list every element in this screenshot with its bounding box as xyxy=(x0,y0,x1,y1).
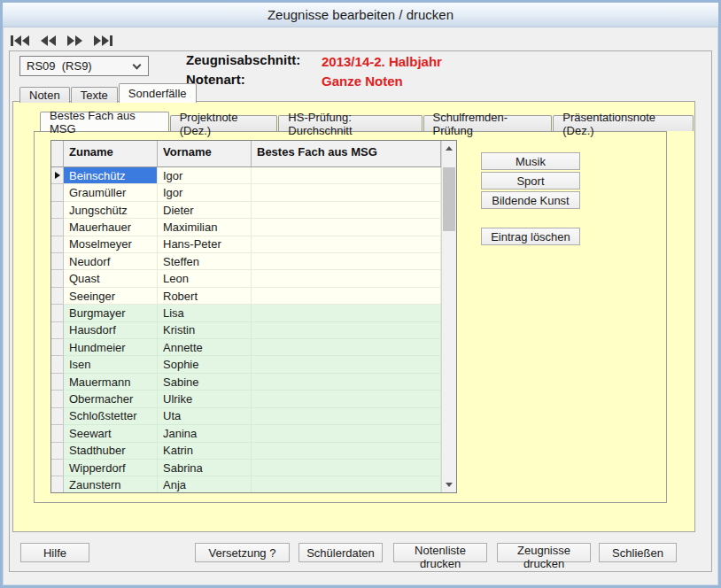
cell-bestes_fach[interactable] xyxy=(252,339,441,356)
cell-bestes_fach[interactable] xyxy=(252,425,441,442)
cell-zuname[interactable]: Wipperdorf xyxy=(64,460,158,476)
first-record-icon[interactable] xyxy=(10,35,30,47)
table-row[interactable]: QuastLeon xyxy=(51,270,441,287)
cell-vorname[interactable]: Hans-Peter xyxy=(158,236,252,253)
musik-button[interactable]: Musik xyxy=(481,152,580,170)
subtab-schulfremden-prüfung[interactable]: Schulfremden-Prüfung xyxy=(423,115,553,131)
cell-vorname[interactable]: Robert xyxy=(158,288,252,305)
bildende-kunst-button[interactable]: Bildende Kunst xyxy=(481,191,580,209)
cell-vorname[interactable]: Anja xyxy=(158,476,252,493)
table-row[interactable]: SchloßstetterUta xyxy=(51,408,441,425)
table-row[interactable]: ObermacherUlrike xyxy=(51,391,441,407)
cell-zuname[interactable]: Graumüller xyxy=(64,184,158,201)
cell-zuname[interactable]: Jungschütz xyxy=(64,202,158,219)
cell-zuname[interactable]: Seewart xyxy=(64,425,158,442)
table-row[interactable]: BeinschützIgor xyxy=(51,167,441,184)
cell-bestes_fach[interactable] xyxy=(252,305,441,321)
cell-bestes_fach[interactable] xyxy=(252,391,441,407)
cell-bestes_fach[interactable] xyxy=(252,408,441,425)
table-row[interactable]: JungschützDieter xyxy=(51,202,441,219)
table-row[interactable]: WipperdorfSabrina xyxy=(51,460,441,476)
table-row[interactable]: NeudorfSteffen xyxy=(51,253,441,270)
column-header-zuname[interactable]: Zuname xyxy=(64,141,158,167)
hilfe-button[interactable]: Hilfe xyxy=(20,543,89,562)
table-row[interactable]: MauerhauerMaximilian xyxy=(51,219,441,236)
subtab-projektnote-dez[interactable]: Projektnote (Dez.) xyxy=(170,115,278,131)
cell-zuname[interactable]: Hausdorf xyxy=(64,322,158,339)
notenliste-drucken-button[interactable]: Notenliste drucken xyxy=(393,543,487,562)
cell-vorname[interactable]: Igor xyxy=(158,167,252,184)
cell-vorname[interactable]: Annette xyxy=(158,339,252,356)
cell-vorname[interactable]: Leon xyxy=(158,270,252,287)
cell-zuname[interactable]: Seeinger xyxy=(64,288,158,305)
cell-vorname[interactable]: Steffen xyxy=(158,253,252,270)
cell-zuname[interactable]: Schloßstetter xyxy=(64,408,158,425)
table-row[interactable]: StadthuberKatrin xyxy=(51,443,441,460)
cell-bestes_fach[interactable] xyxy=(252,167,441,184)
table-row[interactable]: HausdorfKristin xyxy=(51,322,441,339)
sport-button[interactable]: Sport xyxy=(481,172,580,190)
cell-zuname[interactable]: Mauermann xyxy=(64,374,158,391)
cell-zuname[interactable]: Neudorf xyxy=(64,253,158,270)
table-row[interactable]: SeeingerRobert xyxy=(51,288,441,305)
scrollbar-thumb[interactable] xyxy=(443,167,455,231)
cell-zuname[interactable]: Stadthuber xyxy=(64,443,158,460)
cell-bestes_fach[interactable] xyxy=(252,374,441,391)
column-header-bestes-fach-aus-msg[interactable]: Bestes Fach aus MSG xyxy=(252,141,441,167)
table-row[interactable]: BurgmayerLisa xyxy=(51,305,441,321)
cell-zuname[interactable]: Beinschütz xyxy=(64,167,158,184)
subtab-bestes-fach-aus-msg[interactable]: Bestes Fach aus MSG xyxy=(40,112,169,131)
zeugnisse-drucken-button[interactable]: Zeugnisse drucken xyxy=(497,543,591,562)
cell-vorname[interactable]: Igor xyxy=(158,184,252,201)
versetzung-button[interactable]: Versetzung ? xyxy=(195,543,290,562)
column-header-vorname[interactable]: Vorname xyxy=(158,141,252,167)
cell-bestes_fach[interactable] xyxy=(252,288,441,305)
cell-zuname[interactable]: Burgmayer xyxy=(64,305,158,321)
cell-vorname[interactable]: Maximilian xyxy=(158,219,252,236)
cell-bestes_fach[interactable] xyxy=(252,184,441,201)
cell-bestes_fach[interactable] xyxy=(252,253,441,270)
delete-entry-button[interactable]: Eintrag löschen xyxy=(481,228,580,245)
subtab-präsentationsnote-dez[interactable]: Präsentationsnote (Dez.) xyxy=(553,115,694,131)
cell-bestes_fach[interactable] xyxy=(252,476,441,493)
cell-bestes_fach[interactable] xyxy=(252,236,441,253)
cell-zuname[interactable]: Zaunstern xyxy=(64,476,158,493)
tab-noten[interactable]: Noten xyxy=(19,87,70,103)
cell-vorname[interactable]: Lisa xyxy=(158,305,252,321)
cell-vorname[interactable]: Dieter xyxy=(158,202,252,219)
cell-bestes_fach[interactable] xyxy=(252,322,441,339)
table-row[interactable]: MoselmeyerHans-Peter xyxy=(51,236,441,253)
table-row[interactable]: SeewartJanina xyxy=(51,425,441,442)
table-row[interactable]: HundmeierAnnette xyxy=(51,339,441,356)
cell-vorname[interactable]: Kristin xyxy=(158,322,252,339)
table-row[interactable]: MauermannSabine xyxy=(51,374,441,391)
table-row[interactable]: IsenSophie xyxy=(51,356,441,373)
subtab-hs-prüfung-durchschnitt[interactable]: HS-Prüfung: Durchschnitt xyxy=(278,115,422,131)
cell-vorname[interactable]: Janina xyxy=(158,425,252,442)
cell-vorname[interactable]: Sabrina xyxy=(158,460,252,476)
cell-vorname[interactable]: Sabine xyxy=(158,374,252,391)
cell-vorname[interactable]: Katrin xyxy=(158,443,252,460)
cell-zuname[interactable]: Moselmeyer xyxy=(64,236,158,253)
cell-bestes_fach[interactable] xyxy=(252,270,441,287)
table-row[interactable]: GraumüllerIgor xyxy=(51,184,441,201)
cell-bestes_fach[interactable] xyxy=(252,356,441,373)
last-record-icon[interactable] xyxy=(93,35,113,47)
cell-bestes_fach[interactable] xyxy=(252,219,441,236)
table-row[interactable]: ZaunsternAnja xyxy=(51,476,441,493)
tab-texte[interactable]: Texte xyxy=(71,87,118,103)
cell-vorname[interactable]: Ulrike xyxy=(158,391,252,407)
scroll-down-icon[interactable] xyxy=(442,477,456,492)
cell-bestes_fach[interactable] xyxy=(252,460,441,476)
cell-zuname[interactable]: Isen xyxy=(64,356,158,373)
previous-record-icon[interactable] xyxy=(40,35,57,47)
scroll-up-icon[interactable] xyxy=(442,141,456,156)
grid-scrollbar[interactable] xyxy=(441,141,456,492)
cell-zuname[interactable]: Hundmeier xyxy=(64,339,158,356)
cell-vorname[interactable]: Uta xyxy=(158,408,252,425)
schülerdaten-button[interactable]: Schülerdaten xyxy=(298,543,383,562)
tab-sonderfälle[interactable]: Sonderfälle xyxy=(119,83,197,103)
class-select[interactable]: RS09 (RS9) xyxy=(19,56,149,76)
cell-vorname[interactable]: Sophie xyxy=(158,356,252,373)
cell-bestes_fach[interactable] xyxy=(252,443,441,460)
